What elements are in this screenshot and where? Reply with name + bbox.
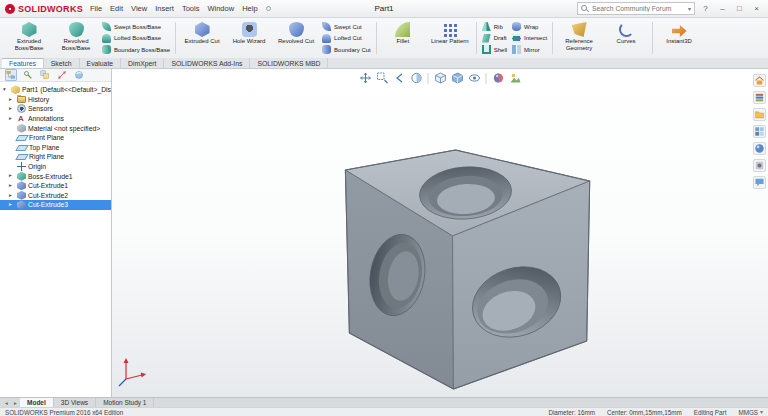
view-orientation-button[interactable] bbox=[433, 71, 448, 85]
tree-item-right-plane[interactable]: Right Plane bbox=[0, 152, 111, 162]
tree-item-cut-extrude1[interactable]: Cut-Extrude1 bbox=[0, 181, 111, 191]
revolved-cut-icon bbox=[289, 22, 304, 37]
fm-tab-displaymanager[interactable] bbox=[73, 69, 85, 81]
taskpane-design-library-button[interactable] bbox=[753, 91, 766, 104]
expand-arrow-icon[interactable] bbox=[9, 173, 15, 179]
fm-tab-configurationmanager[interactable] bbox=[39, 69, 51, 81]
tree-root-part[interactable]: Part1 (Default<<Default>_Display State bbox=[0, 85, 111, 95]
revolved-boss-base-button[interactable]: Revolved Boss/Base bbox=[53, 20, 99, 56]
menu-insert[interactable]: Insert bbox=[155, 4, 174, 13]
graphics-area[interactable] bbox=[112, 69, 768, 397]
tab-sketch[interactable]: Sketch bbox=[44, 58, 80, 68]
extruded-cut-button[interactable]: Extruded Cut bbox=[179, 20, 225, 56]
expand-arrow-icon[interactable] bbox=[9, 106, 15, 112]
extruded-boss-base-button[interactable]: Extruded Boss/Base bbox=[6, 20, 52, 56]
collapse-arrow-icon[interactable] bbox=[3, 87, 9, 93]
history-folder-icon bbox=[17, 96, 26, 103]
edit-appearance-button[interactable] bbox=[491, 71, 506, 85]
tree-item-top-plane[interactable]: Top Plane bbox=[0, 143, 111, 153]
cut-small-stack: Swept Cut Lofted Cut Boundary Cut bbox=[320, 22, 373, 54]
swept-cut-button[interactable]: Swept Cut bbox=[322, 22, 371, 31]
wrap-button[interactable]: Wrap bbox=[512, 22, 547, 31]
menu-view[interactable]: View bbox=[131, 4, 147, 13]
edition-label: SOLIDWORKS Premium 2016 x64 Edition bbox=[5, 409, 123, 416]
tab-features[interactable]: Features bbox=[2, 58, 44, 68]
view-settings-button[interactable] bbox=[508, 71, 523, 85]
swept-cut-icon bbox=[322, 22, 331, 31]
taskpane-forum-button[interactable] bbox=[753, 176, 766, 189]
tab-scroll-right-icon[interactable] bbox=[11, 398, 20, 407]
previous-view-button[interactable] bbox=[392, 71, 407, 85]
taskpane-resources-button[interactable] bbox=[753, 74, 766, 87]
fillet-button[interactable]: Fillet bbox=[380, 20, 426, 56]
expand-arrow-icon[interactable] bbox=[9, 202, 15, 208]
units-selector[interactable]: MMGS bbox=[738, 409, 763, 416]
tree-item-history[interactable]: History bbox=[0, 95, 111, 105]
3d-views-tab[interactable]: 3D Views bbox=[54, 398, 96, 407]
menu-file[interactable]: File bbox=[90, 4, 102, 13]
search-input[interactable] bbox=[592, 5, 685, 12]
taskpane-view-palette-button[interactable] bbox=[753, 125, 766, 138]
tree-item-cut-extrude2[interactable]: Cut-Extrude2 bbox=[0, 191, 111, 201]
expand-arrow-icon[interactable] bbox=[9, 183, 15, 189]
intersect-button[interactable]: Intersect bbox=[512, 34, 547, 43]
boundary-cut-button[interactable]: Boundary Cut bbox=[322, 45, 371, 54]
boundary-boss-base-button[interactable]: Boundary Boss/Base bbox=[102, 45, 170, 54]
revolved-cut-button[interactable]: Revolved Cut bbox=[273, 20, 319, 56]
lofted-cut-button[interactable]: Lofted Cut bbox=[322, 34, 371, 43]
instant3d-button[interactable]: Instant3D bbox=[656, 20, 702, 56]
tree-item-material[interactable]: Material <not specified> bbox=[0, 123, 111, 133]
expand-arrow-icon[interactable] bbox=[9, 97, 15, 103]
section-view-button[interactable] bbox=[409, 71, 424, 85]
menu-edit[interactable]: Edit bbox=[110, 4, 123, 13]
zoom-area-button[interactable] bbox=[375, 71, 390, 85]
linear-pattern-button[interactable]: Linear Pattern bbox=[427, 20, 473, 56]
menu-window[interactable]: Window bbox=[207, 4, 234, 13]
feature-manager-panel: Part1 (Default<<Default>_Display State H… bbox=[0, 69, 112, 397]
maximize-button[interactable]: □ bbox=[733, 2, 746, 15]
tab-solidworks-mbd[interactable]: SOLIDWORKS MBD bbox=[250, 58, 328, 68]
tab-scroll-left-icon[interactable] bbox=[2, 398, 11, 407]
lofted-boss-base-button[interactable]: Lofted Boss/Base bbox=[102, 34, 170, 43]
taskpane-appearances-button[interactable] bbox=[753, 142, 766, 155]
menu-tools[interactable]: Tools bbox=[182, 4, 200, 13]
model-tab[interactable]: Model bbox=[20, 398, 54, 407]
reference-geometry-button[interactable]: Reference Geometry bbox=[556, 20, 602, 56]
help-button[interactable]: ? bbox=[699, 2, 712, 15]
menu-help[interactable]: Help bbox=[242, 4, 257, 13]
expand-arrow-icon[interactable] bbox=[9, 193, 15, 199]
hole-wizard-button[interactable]: Hole Wizard bbox=[226, 20, 272, 56]
pin-icon[interactable] bbox=[266, 6, 271, 11]
close-button[interactable]: × bbox=[750, 2, 763, 15]
fm-tab-featuremanager[interactable] bbox=[5, 69, 17, 81]
taskpane-custom-properties-button[interactable] bbox=[753, 159, 766, 172]
chevron-down-icon[interactable] bbox=[688, 6, 691, 12]
motion-study-tab[interactable]: Motion Study 1 bbox=[96, 398, 154, 407]
expand-arrow-icon[interactable] bbox=[9, 116, 15, 122]
scene-svg[interactable] bbox=[112, 69, 768, 397]
swept-boss-base-button[interactable]: Swept Boss/Base bbox=[102, 22, 170, 31]
zoom-fit-button[interactable] bbox=[358, 71, 373, 85]
fm-tab-propertymanager[interactable] bbox=[22, 69, 34, 81]
tree-item-origin[interactable]: Origin bbox=[0, 162, 111, 172]
tab-solidworks-addins[interactable]: SOLIDWORKS Add-Ins bbox=[164, 58, 250, 68]
boundary-boss-icon bbox=[102, 45, 111, 54]
shell-button[interactable]: Shell bbox=[482, 45, 507, 54]
tree-item-boss-extrude1[interactable]: Boss-Extrude1 bbox=[0, 171, 111, 181]
draft-button[interactable]: Draft bbox=[482, 34, 507, 43]
fm-tab-dimxpertmanager[interactable] bbox=[56, 69, 68, 81]
tree-item-annotations[interactable]: Annotations bbox=[0, 114, 111, 124]
tab-evaluate[interactable]: Evaluate bbox=[80, 58, 121, 68]
hide-show-items-button[interactable] bbox=[467, 71, 482, 85]
taskpane-file-explorer-button[interactable] bbox=[753, 108, 766, 121]
rib-button[interactable]: Rib bbox=[482, 22, 507, 31]
tree-item-cut-extrude3[interactable]: Cut-Extrude3 bbox=[0, 200, 111, 210]
display-style-button[interactable] bbox=[450, 71, 465, 85]
mirror-button[interactable]: Mirror bbox=[512, 45, 547, 54]
part-3d-model[interactable] bbox=[345, 150, 589, 389]
tab-dimxpert[interactable]: DimXpert bbox=[121, 58, 164, 68]
tree-item-sensors[interactable]: Sensors bbox=[0, 104, 111, 114]
minimize-button[interactable]: – bbox=[716, 2, 729, 15]
tree-item-front-plane[interactable]: Front Plane bbox=[0, 133, 111, 143]
curves-button[interactable]: Curves bbox=[603, 20, 649, 56]
